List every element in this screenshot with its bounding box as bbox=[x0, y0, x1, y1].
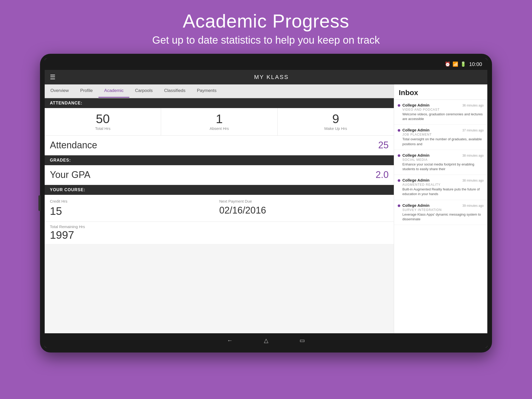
makeup-hrs-label: Make Up Hrs bbox=[280, 126, 391, 131]
tablet-screen: ⏰ 📶 🔋 10:00 ☰ MY KLASS Overview Profile … bbox=[45, 58, 487, 348]
inbox-header: Inbox bbox=[394, 84, 487, 100]
inbox-item-4[interactable]: College Admin 38 minutes ago AUGMENTED R… bbox=[394, 175, 487, 200]
wifi-icon: 📶 bbox=[453, 61, 458, 67]
inbox-time-5: 39 minutes ago bbox=[462, 204, 484, 208]
recents-button[interactable]: ▭ bbox=[300, 337, 305, 344]
bottom-cut-label: Total Remaining Hrs bbox=[50, 224, 389, 229]
gpa-label: Your GPA bbox=[50, 169, 90, 180]
inbox-dot-3 bbox=[398, 154, 400, 157]
inbox-dot-4 bbox=[398, 179, 400, 182]
inbox-preview-1: Welcome videos, graduation ceremonies an… bbox=[402, 112, 484, 121]
status-time: 10:00 bbox=[469, 61, 482, 67]
inbox-item-1-content: College Admin 36 minutes ago VIDEO AND P… bbox=[402, 103, 484, 121]
inbox-category-5: SURVEY INTEGRATION bbox=[402, 208, 484, 212]
inbox-item-2[interactable]: College Admin 37 minutes ago JOB PLACEME… bbox=[394, 125, 487, 150]
content-area: ATTENDANCE: 50 Total Hrs 1 Absent Hrs 9 bbox=[45, 98, 394, 333]
makeup-hrs-number: 9 bbox=[280, 113, 391, 125]
back-button[interactable]: ← bbox=[227, 337, 233, 344]
status-bar: ⏰ 📶 🔋 10:00 bbox=[45, 58, 487, 70]
inbox-sender-1: College Admin bbox=[402, 103, 429, 107]
gpa-row: Your GPA 2.0 bbox=[45, 165, 394, 184]
absent-hrs-label: Absent Hrs bbox=[164, 126, 275, 131]
course-section: Credit Hrs 15 Next Payment Due 02/16/201… bbox=[45, 195, 394, 222]
inbox-sender-2: College Admin bbox=[402, 128, 429, 132]
inbox-category-2: JOB PLACEMENT bbox=[402, 133, 484, 136]
app-bar: ☰ MY KLASS bbox=[45, 70, 487, 84]
payment-label: Next Payment Due bbox=[219, 199, 389, 203]
inbox-dot-2 bbox=[398, 129, 400, 132]
right-panel-inbox: Inbox College Admin 36 minutes ago VIDEO… bbox=[394, 84, 487, 333]
tab-academic[interactable]: Academic bbox=[98, 84, 129, 98]
app-title: MY KLASS bbox=[61, 74, 482, 81]
attendance-label: Attendance bbox=[50, 140, 97, 151]
inbox-preview-4: Built-in Augmented Reality feature puts … bbox=[402, 187, 484, 196]
tab-profile[interactable]: Profile bbox=[75, 84, 98, 98]
page-title: Academic Progress bbox=[152, 10, 380, 32]
course-header: YOUR COURSE: bbox=[45, 185, 394, 195]
credit-hrs-label: Credit Hrs bbox=[50, 199, 219, 203]
inbox-time-4: 38 minutes ago bbox=[462, 179, 484, 182]
inbox-item-3-content: College Admin 38 minutes ago SOCIAL MEDI… bbox=[402, 153, 484, 171]
attendance-stats-row: 50 Total Hrs 1 Absent Hrs 9 Make Up Hrs bbox=[45, 108, 394, 136]
bottom-cut-value: 1997 bbox=[50, 229, 389, 241]
left-panel: Overview Profile Academic Carpools Class… bbox=[45, 84, 394, 333]
absent-hrs-stat: 1 Absent Hrs bbox=[161, 108, 277, 135]
inbox-time-2: 37 minutes ago bbox=[462, 129, 484, 132]
tab-classifieds[interactable]: Classifieds bbox=[158, 84, 191, 98]
gpa-value: 2.0 bbox=[376, 169, 389, 180]
inbox-sender-4: College Admin bbox=[402, 178, 429, 182]
credit-hrs-value: 15 bbox=[50, 205, 219, 217]
attendance-value: 25 bbox=[378, 140, 389, 151]
inbox-item-5[interactable]: College Admin 39 minutes ago SURVEY INTE… bbox=[394, 200, 487, 225]
payment-value: 02/16/2016 bbox=[219, 205, 389, 216]
absent-hrs-number: 1 bbox=[164, 113, 275, 125]
tablet-wrapper: ⏰ 📶 🔋 10:00 ☰ MY KLASS Overview Profile … bbox=[40, 54, 492, 353]
bottom-cut: Total Remaining Hrs 1997 bbox=[45, 222, 394, 244]
inbox-category-3: SOCIAL MEDIA bbox=[402, 158, 484, 162]
inbox-item-5-content: College Admin 39 minutes ago SURVEY INTE… bbox=[402, 203, 484, 222]
course-row: Credit Hrs 15 Next Payment Due 02/16/201… bbox=[50, 199, 389, 217]
tab-carpools[interactable]: Carpools bbox=[129, 84, 158, 98]
inbox-sender-3: College Admin bbox=[402, 153, 429, 157]
hamburger-icon[interactable]: ☰ bbox=[50, 74, 56, 81]
credit-hrs-col: Credit Hrs 15 bbox=[50, 199, 219, 217]
alarm-icon: ⏰ bbox=[445, 61, 450, 67]
inbox-dot-5 bbox=[398, 204, 400, 207]
makeup-hrs-stat: 9 Make Up Hrs bbox=[278, 108, 394, 135]
page-subtitle: Get up to date statistics to help you ke… bbox=[152, 34, 380, 46]
page-header: Academic Progress Get up to date statist… bbox=[147, 0, 385, 54]
tab-payments[interactable]: Payments bbox=[191, 84, 222, 98]
total-hrs-stat: 50 Total Hrs bbox=[45, 108, 161, 135]
tabs-bar: Overview Profile Academic Carpools Class… bbox=[45, 84, 394, 98]
inbox-category-4: AUGMENTED REALITY bbox=[402, 183, 484, 187]
total-hrs-number: 50 bbox=[47, 113, 158, 125]
inbox-item-4-content: College Admin 38 minutes ago AUGMENTED R… bbox=[402, 178, 484, 196]
inbox-preview-3: Enhance your social media footprint by e… bbox=[402, 162, 484, 171]
android-nav: ← △ ▭ bbox=[45, 333, 487, 348]
attendance-header: ATTENDANCE: bbox=[45, 98, 394, 108]
attendance-metric-row: Attendance 25 bbox=[45, 136, 394, 155]
inbox-item-1[interactable]: College Admin 36 minutes ago VIDEO AND P… bbox=[394, 100, 487, 125]
grades-header: GRADES: bbox=[45, 155, 394, 165]
inbox-preview-5: Leverage Klass Apps' dynamic messaging s… bbox=[402, 212, 484, 222]
inbox-time-1: 36 minutes ago bbox=[462, 104, 484, 107]
inbox-list: College Admin 36 minutes ago VIDEO AND P… bbox=[394, 100, 487, 333]
inbox-item-2-content: College Admin 37 minutes ago JOB PLACEME… bbox=[402, 128, 484, 146]
payment-col: Next Payment Due 02/16/2016 bbox=[219, 199, 389, 217]
inbox-time-3: 38 minutes ago bbox=[462, 154, 484, 157]
inbox-sender-5: College Admin bbox=[402, 203, 429, 208]
status-icons: ⏰ 📶 🔋 bbox=[445, 61, 466, 67]
inbox-preview-2: Total oversight on the number of graduat… bbox=[402, 137, 484, 146]
home-button[interactable]: △ bbox=[264, 337, 268, 344]
inbox-category-1: VIDEO AND PODCAST bbox=[402, 108, 484, 111]
inbox-dot-1 bbox=[398, 104, 400, 107]
main-content: Overview Profile Academic Carpools Class… bbox=[45, 84, 487, 333]
battery-icon: 🔋 bbox=[460, 61, 466, 67]
tab-overview[interactable]: Overview bbox=[45, 84, 75, 98]
total-hrs-label: Total Hrs bbox=[47, 126, 158, 131]
inbox-item-3[interactable]: College Admin 38 minutes ago SOCIAL MEDI… bbox=[394, 150, 487, 175]
tablet-side-button bbox=[38, 195, 41, 211]
